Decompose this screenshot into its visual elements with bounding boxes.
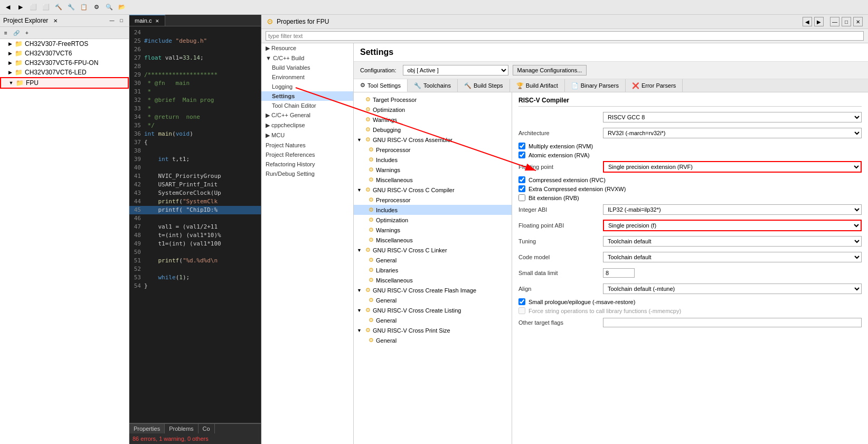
small-data-input[interactable] xyxy=(603,268,635,278)
tree-size-general[interactable]: ⚙ General xyxy=(354,335,512,345)
tree-debugging[interactable]: ⚙ Debugging xyxy=(354,125,512,135)
integer-abi-select[interactable]: ILP32 (-mabi=ilp32*) xyxy=(603,204,862,215)
code-model-select[interactable]: Toolchain default xyxy=(603,252,862,262)
tree-target-processor[interactable]: ⚙ Target Processor xyxy=(354,95,512,105)
tree-c-preprocessor[interactable]: ⚙ Preprocessor xyxy=(354,195,512,205)
tab-error-parsers[interactable]: ❌ Error Parsers xyxy=(626,79,683,92)
tree-c-misc[interactable]: ⚙ Miscellaneous xyxy=(354,235,512,245)
tree-linker-general[interactable]: ⚙ General xyxy=(354,255,512,265)
manage-configurations-btn[interactable]: Manage Configurations... xyxy=(513,65,587,75)
code-line-44: 44 printf("SystemClk xyxy=(129,197,261,206)
tree-asm-includes[interactable]: ⚙ Includes xyxy=(354,155,512,165)
back-btn[interactable]: ◀ xyxy=(803,17,812,26)
minimize-btn[interactable]: — xyxy=(108,16,116,25)
tree-asm-warnings[interactable]: ⚙ Warnings xyxy=(354,165,512,175)
tree-gnu-riscv-size[interactable]: ▼ ⚙ GNU RISC-V Cross Print Size xyxy=(354,325,512,335)
tuning-select[interactable]: Toolchain default xyxy=(603,236,862,247)
tree-c-warnings[interactable]: ⚙ Warnings xyxy=(354,225,512,235)
toolbar-btn-7[interactable]: 📋 xyxy=(78,2,90,13)
tree-item-ch32v307vct6[interactable]: ▶ 📁 CH32V307VCT6 xyxy=(0,49,129,58)
sidebar-resource[interactable]: ▶ Resource xyxy=(261,43,353,53)
bottom-tab-properties[interactable]: Properties xyxy=(129,424,165,433)
new-btn[interactable]: + xyxy=(22,28,32,37)
tree-item-ch32v307vct6-led[interactable]: ▶ 📁 CH32V307VCT6-LED xyxy=(0,68,129,77)
link-editor-btn[interactable]: 🔗 xyxy=(12,28,21,37)
sidebar-cpp-general[interactable]: ▶ C/C++ General xyxy=(261,110,353,120)
tab-close-icon[interactable]: ✕ xyxy=(155,18,159,24)
tree-flash-general[interactable]: ⚙ General xyxy=(354,295,512,305)
sidebar-project-natures[interactable]: Project Natures xyxy=(261,140,353,150)
sidebar-refactoring-history[interactable]: Refactoring History xyxy=(261,159,353,169)
maximize-btn[interactable]: □ xyxy=(117,16,126,25)
toolbar-btn-9[interactable]: 🔍 xyxy=(103,2,115,13)
tree-listing-general[interactable]: ⚙ General xyxy=(354,315,512,325)
sidebar-run-debug-setting[interactable]: Run/Debug Setting xyxy=(261,169,353,178)
tree-c-includes[interactable]: ⚙ Includes xyxy=(354,205,512,215)
tab-tool-settings[interactable]: ⚙ Tool Settings xyxy=(354,79,408,92)
bottom-tab-co[interactable]: Co xyxy=(199,424,215,433)
tree-gnu-riscv-assembler[interactable]: ▼ ⚙ GNU RISC-V Cross Assembler xyxy=(354,135,512,145)
code-line-27: 27float val1=33.14; xyxy=(129,54,261,62)
align-select[interactable]: Toolchain default (-mtune) xyxy=(603,284,862,294)
tree-c-optimization[interactable]: ⚙ Optimization xyxy=(354,215,512,225)
small-prologue-checkbox[interactable] xyxy=(518,298,525,305)
bottom-tab-problems[interactable]: Problems xyxy=(165,424,198,433)
toolbar-btn-8[interactable]: ⚙ xyxy=(91,2,102,13)
compiler-select[interactable]: RISCV GCC 8 xyxy=(603,112,862,122)
tree-asm-preprocessor[interactable]: ⚙ Preprocessor xyxy=(354,145,512,155)
sidebar-logging[interactable]: Logging xyxy=(261,82,353,91)
tab-build-steps[interactable]: 🔨 Build Steps xyxy=(458,79,510,92)
sidebar-cpp-build[interactable]: ▼ C/C++ Build xyxy=(261,53,353,63)
tree-linker-misc[interactable]: ⚙ Miscellaneous xyxy=(354,275,512,285)
tab-build-artifact[interactable]: 🏆 Build Artifact xyxy=(510,79,565,92)
tree-optimization[interactable]: ⚙ Optimization xyxy=(354,105,512,115)
floating-point-select[interactable]: Single precision extension (RVF) xyxy=(603,161,862,173)
tree-linker-libraries[interactable]: ⚙ Libraries xyxy=(354,265,512,275)
bit-extension-checkbox[interactable] xyxy=(518,194,525,201)
other-flags-input[interactable] xyxy=(603,318,862,327)
editor-tab-main-c[interactable]: main.c ✕ xyxy=(129,15,165,26)
tab-binary-parsers[interactable]: 📄 Binary Parsers xyxy=(565,79,626,92)
compressed-checkbox[interactable] xyxy=(518,176,525,183)
toolbar-btn-3[interactable]: ⬜ xyxy=(27,2,39,13)
error-status-text: 86 errors, 1 warning, 0 others xyxy=(133,436,209,442)
tree-gnu-riscv-c-compiler[interactable]: ▼ ⚙ GNU RISC-V Cross C Compiler xyxy=(354,185,512,195)
tree-asm-misc[interactable]: ⚙ Miscellaneous xyxy=(354,175,512,185)
tab-toolchains[interactable]: 🔧 Toolchains xyxy=(408,79,458,92)
sidebar-environment[interactable]: Environment xyxy=(261,72,353,82)
tree-gnu-riscv-c-linker[interactable]: ▼ ⚙ GNU RISC-V Cross C Linker xyxy=(354,245,512,255)
force-string-checkbox[interactable] xyxy=(518,307,525,314)
sidebar-build-variables[interactable]: Build Variables xyxy=(261,63,353,72)
tree-warnings[interactable]: ⚙ Warnings xyxy=(354,115,512,125)
tree-item-fpu[interactable]: ▼ 📁 FPU xyxy=(0,77,129,89)
toolbar-btn-4[interactable]: ⬜ xyxy=(40,2,52,13)
tree-gnu-riscv-flash[interactable]: ▼ ⚙ GNU RISC-V Cross Create Flash Image xyxy=(354,285,512,295)
sidebar-mcu[interactable]: ▶ MCU xyxy=(261,130,353,140)
sidebar-settings[interactable]: Settings xyxy=(261,91,353,101)
toolbar-btn-6[interactable]: 🔧 xyxy=(65,2,77,13)
config-select[interactable]: obj [ Active ] xyxy=(403,65,508,75)
multiply-checkbox[interactable] xyxy=(518,143,525,149)
atomic-checkbox[interactable] xyxy=(518,152,525,158)
toolbar-btn-2[interactable]: ▶ xyxy=(15,2,26,13)
sidebar-cppcheclipse[interactable]: ▶ cppcheclipse xyxy=(261,120,353,130)
close-win-btn[interactable]: ✕ xyxy=(853,17,863,26)
minimize-win-btn[interactable]: — xyxy=(830,17,839,26)
maximize-win-btn[interactable]: □ xyxy=(842,17,851,26)
toolbar-btn-5[interactable]: 🔨 xyxy=(53,2,64,13)
tree-gnu-riscv-listing[interactable]: ▼ ⚙ GNU RISC-V Cross Create Listing xyxy=(354,305,512,315)
toolbar-btn-1[interactable]: ◀ xyxy=(2,2,14,13)
collapse-all-btn[interactable]: ≡ xyxy=(1,28,11,37)
tree-item-ch32v307vct6-fpu-on[interactable]: ▶ 📁 CH32V307VCT6-FPU-ON xyxy=(0,58,129,68)
filter-input[interactable] xyxy=(266,31,864,41)
sidebar-project-references[interactable]: Project References xyxy=(261,150,353,159)
extra-compressed-checkbox[interactable] xyxy=(518,185,525,192)
floating-point-abi-select[interactable]: Single precision (f) xyxy=(603,220,862,231)
close-icon[interactable]: ✕ xyxy=(53,18,58,24)
toolbar-btn-10[interactable]: 📂 xyxy=(116,2,128,13)
code-area[interactable]: 24 25#include "debug.h" 26 27float val1=… xyxy=(129,26,261,423)
architecture-select[interactable]: RV32I (-march=rv32i*) xyxy=(603,128,862,138)
tree-item-ch32v307-freertos[interactable]: ▶ 📁 CH32V307-FreeRTOS xyxy=(0,39,129,49)
sidebar-tool-chain-editor[interactable]: Tool Chain Editor xyxy=(261,101,353,110)
forward-btn[interactable]: ▶ xyxy=(814,17,824,26)
